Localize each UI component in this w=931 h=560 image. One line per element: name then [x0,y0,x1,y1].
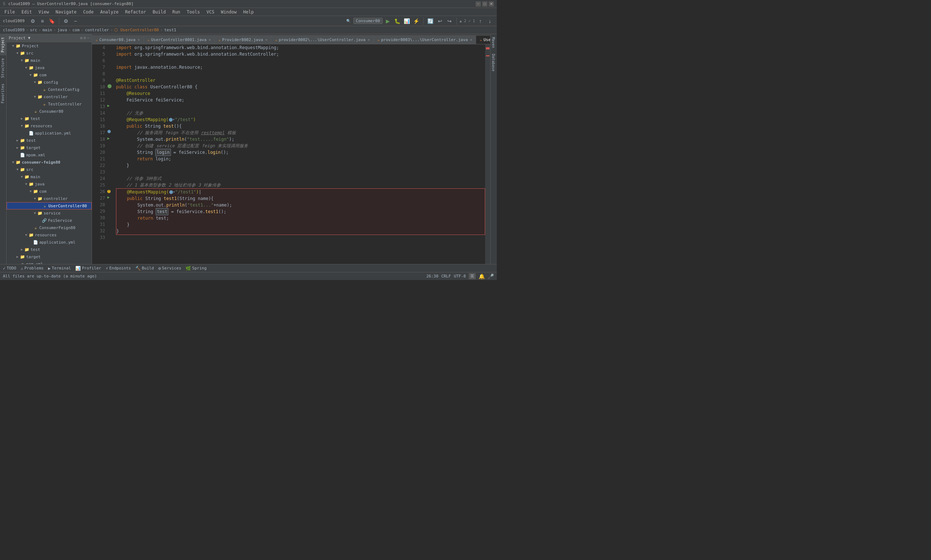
tree-node-main2[interactable]: ▼📁main [6,173,92,180]
tab-usercontroller8001[interactable]: ☕ UserController8001.java × [144,35,215,44]
tree-node-src2[interactable]: ▼📁src [6,166,92,173]
breadcrumb-controller[interactable]: controller [85,28,109,32]
tree-settings-icon[interactable]: ⚙ [80,35,83,40]
menu-help[interactable]: Help [240,9,257,15]
close-button[interactable]: ✕ [489,2,494,6]
tree-node-consumer80[interactable]: ☕Consumer80 [6,108,92,115]
right-tab-database[interactable]: Database [491,51,497,74]
gutter-icon-line16[interactable]: ▶ [107,136,110,141]
tree-node-test3[interactable]: ▶📁test [6,246,92,253]
breadcrumb-com[interactable]: com [72,28,80,32]
tree-node-java2[interactable]: ▼📁java [6,180,92,188]
tree-node-pom2[interactable]: mpom.xml [6,260,92,264]
menu-tools[interactable]: Tools [184,9,203,15]
tree-node-controller1[interactable]: ▼📁controller [6,93,92,100]
tool-endpoints[interactable]: ⚡ Endpoints [105,266,131,271]
tree-node-config1[interactable]: ▼📁config [6,78,92,86]
tool-todo[interactable]: ✓ TODO [3,266,16,271]
tool-terminal[interactable]: ▶ Terminal [48,266,71,271]
tree-node-resources2[interactable]: ▼📁resources [6,231,92,238]
left-tab-structure[interactable]: Structure [0,55,6,81]
minimize-button[interactable]: − [476,2,481,6]
tab-consumer80[interactable]: ☕ Consumer80.java × [92,35,144,44]
tree-node-project[interactable]: ▼📁Project [6,42,92,49]
tree-node-consumer-feign80[interactable]: ▼📁consumer-feign80 [6,158,92,166]
bookmark-btn[interactable]: 🔖 [48,17,56,25]
tree-node-feiservice[interactable]: 🔗FeiService [6,217,92,224]
maximize-button[interactable]: □ [482,2,487,6]
menu-window[interactable]: Window [218,9,239,15]
undo-button[interactable]: ↩ [436,17,444,25]
tool-profiler[interactable]: 📊 Profiler [75,266,101,271]
gutter-icon-line26[interactable]: ! [107,188,111,194]
breadcrumb-src[interactable]: src [30,28,37,32]
tree-node-application2[interactable]: 📄application.yml [6,238,92,246]
debug-button[interactable]: 🐛 [394,17,402,25]
tree-node-testcontroller[interactable]: ☕TestController [6,100,92,108]
tree-node-consumerfeign80[interactable]: ☕ConsumerFeign80 [6,224,92,231]
menu-edit[interactable]: Edit [18,9,35,15]
tree-node-test2[interactable]: ▶📁test [6,137,92,144]
run-button[interactable]: ▶ [384,17,392,25]
left-tab-favorites[interactable]: Favorites [0,81,6,106]
menu-analyze[interactable]: Analyze [97,9,122,15]
gutter-icon-line27[interactable]: ▶ [107,195,110,200]
tree-close-icon[interactable]: − [87,35,89,40]
tree-node-main1[interactable]: ▼📁main [6,57,92,64]
tree-node-target2[interactable]: ▶📁target [6,253,92,260]
tree-node-resources1[interactable]: ▼📁resources [6,122,92,129]
menu-navigate[interactable]: Navigate [53,9,80,15]
gutter-icon-line9[interactable]: ⬤ [107,84,112,88]
tab-close-p8003-uc[interactable]: × [470,38,472,42]
tree-node-com1[interactable]: ▼📁com [6,71,92,78]
tab-provider8003-usercontroller[interactable]: ☕ provider8003\...\UserController.java × [374,35,476,44]
settings-btn[interactable]: ⚙ [29,17,37,25]
structure-btn[interactable]: ≡ [38,17,46,25]
tab-close-consumer80[interactable]: × [137,38,140,42]
collapse-btn[interactable]: − [72,17,80,25]
menu-run[interactable]: Run [169,9,183,15]
menu-view[interactable]: View [35,9,52,15]
menu-file[interactable]: File [2,9,18,15]
tab-close-provider8002[interactable]: × [265,38,267,42]
breadcrumb-usercontroller80[interactable]: ⬡ UserController80 [114,28,159,32]
tree-node-test1[interactable]: ▶📁test [6,115,92,122]
redo-button[interactable]: ↪ [445,17,454,25]
up-error-button[interactable]: ↑ [476,17,485,25]
tab-close-p8002-uc[interactable]: × [368,38,370,42]
menu-code[interactable]: Code [80,9,97,15]
tree-node-usercontroller80[interactable]: ☕UserController80 [6,202,92,209]
tree-node-pom1[interactable]: 📄mpom.xml [6,151,92,158]
right-tab-maven[interactable]: Maven [491,34,497,51]
tool-build[interactable]: 🔨 Build [135,266,154,271]
code-area[interactable]: import org.springframework.web.bind.anno… [114,45,485,264]
breadcrumb-cloud1009[interactable]: cloud1009 [3,28,25,32]
tree-node-service1[interactable]: ▼📁service [6,209,92,217]
menu-build[interactable]: Build [150,9,169,15]
tree-node-src1[interactable]: ▼📁src [6,49,92,57]
tree-node-contextconfig[interactable]: ☕ContextConfig [6,86,92,93]
tool-services[interactable]: ⚙ Services [158,266,181,271]
menu-refactor[interactable]: Refactor [122,9,149,15]
breadcrumb-test1[interactable]: test1 [165,28,176,32]
down-error-button[interactable]: ↓ [486,17,494,25]
tool-problems[interactable]: ⚠ Problems [21,266,44,271]
profile-button[interactable]: ⚡ [412,17,420,25]
menu-vcs[interactable]: VCS [204,9,217,15]
tab-provider8002[interactable]: ☕ Provider8002.java × [215,35,272,44]
coverage-button[interactable]: 📊 [403,17,411,25]
gutter-icon-line10[interactable]: ▶ [107,103,110,108]
tree-node-target1[interactable]: ▶📁target [6,144,92,151]
tab-usercontroller80[interactable]: ☕ UserController80.java × [476,35,490,44]
tree-collapse-icon[interactable]: ≡ [84,35,86,40]
tree-node-controller2[interactable]: ▼📁controller [6,195,92,202]
breadcrumb-main[interactable]: main [43,28,52,32]
update-button[interactable]: 🔄 [426,17,435,25]
tab-close-usercontroller8001[interactable]: × [209,38,211,42]
tree-node-com2[interactable]: ▼📁com [6,188,92,195]
tool-spring[interactable]: 🌿 Spring [185,266,206,271]
gear-btn[interactable]: ⚙ [62,17,70,25]
left-tab-project[interactable]: Project [0,34,6,55]
tab-provider8002-usercontroller[interactable]: ☕ provider8002\...\UserController.java × [271,35,374,44]
gutter-icon-line15[interactable]: ⬤ [107,129,111,133]
